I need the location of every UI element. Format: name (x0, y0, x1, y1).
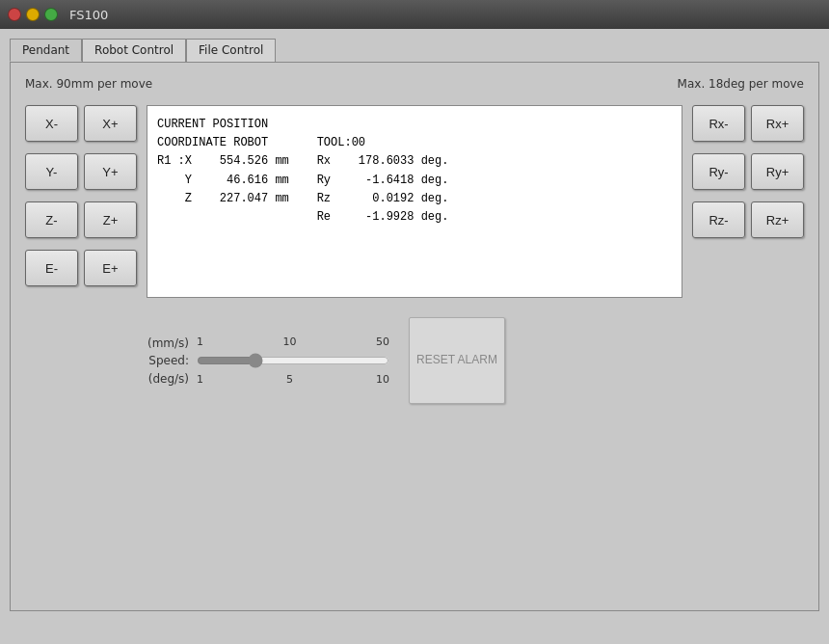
left-buttons: X- X+ Y- Y+ Z- Z+ E- E+ (25, 105, 137, 286)
maximize-button[interactable] (44, 8, 58, 21)
tab-file-control[interactable]: File Control (186, 39, 276, 62)
right-buttons: Rx- Rx+ Ry- Ry+ Rz- Rz+ (692, 105, 804, 238)
z-plus-button[interactable]: Z+ (84, 201, 137, 238)
z-button-row: Z- Z+ (25, 201, 137, 238)
y-minus-button[interactable]: Y- (25, 153, 78, 190)
tab-pendant[interactable]: Pendant (10, 39, 82, 62)
z-minus-button[interactable]: Z- (25, 201, 78, 238)
rz-plus-button[interactable]: Rz+ (751, 201, 804, 238)
mm-tick-2: 10 (283, 335, 297, 348)
rz-button-row: Rz- Rz+ (692, 201, 804, 238)
speed-and-reset: (mm/s) 1 10 50 Speed: (deg/s) 1 (141, 317, 804, 404)
tab-robot-control[interactable]: Robot Control (82, 39, 186, 62)
deg-unit-label: (deg/s) (141, 372, 189, 386)
slider-row: Speed: (141, 352, 389, 369)
e-plus-button[interactable]: E+ (84, 250, 137, 286)
max-mm-label: Max. 90mm per move (25, 77, 152, 91)
rx-button-row: Rx- Rx+ (692, 105, 804, 142)
main-layout: X- X+ Y- Y+ Z- Z+ E- E+ CURRENT POSITION… (25, 105, 804, 298)
y-plus-button[interactable]: Y+ (84, 153, 137, 190)
main-window: Pendant Robot Control File Control Max. … (0, 29, 829, 644)
titlebar: FS100 (0, 0, 829, 29)
speed-slider[interactable] (197, 352, 389, 369)
e-button-row: E- E+ (25, 250, 137, 286)
ry-minus-button[interactable]: Ry- (692, 153, 745, 190)
reset-alarm-button[interactable]: RESET ALARM (409, 317, 505, 404)
deg-tick-row: (deg/s) 1 5 10 (141, 371, 389, 386)
ry-button-row: Ry- Ry+ (692, 153, 804, 190)
window-controls[interactable] (8, 8, 58, 21)
header-row: Max. 90mm per move Max. 18deg per move (25, 77, 804, 91)
window-title: FS100 (69, 8, 108, 22)
e-minus-button[interactable]: E- (25, 250, 78, 286)
x-minus-button[interactable]: X- (25, 105, 78, 142)
deg-ticks: 1 5 10 (197, 371, 389, 386)
x-button-row: X- X+ (25, 105, 137, 142)
y-button-row: Y- Y+ (25, 153, 137, 190)
max-deg-label: Max. 18deg per move (678, 77, 804, 91)
mm-tick-3: 50 (376, 335, 389, 348)
mm-tick-row: (mm/s) 1 10 50 (141, 335, 389, 350)
minimize-button[interactable] (26, 8, 40, 21)
position-display: CURRENT POSITION COORDINATE ROBOT TOOL:0… (147, 105, 682, 298)
rx-minus-button[interactable]: Rx- (692, 105, 745, 142)
speed-text-label: Speed: (141, 354, 189, 367)
content-panel: Max. 90mm per move Max. 18deg per move X… (10, 62, 819, 611)
close-button[interactable] (8, 8, 21, 21)
deg-tick-3: 10 (376, 373, 389, 386)
rz-minus-button[interactable]: Rz- (692, 201, 745, 238)
mm-ticks: 1 10 50 (197, 335, 389, 350)
mm-tick-1: 1 (197, 335, 203, 348)
tab-bar: Pendant Robot Control File Control (10, 39, 819, 62)
speed-controls: (mm/s) 1 10 50 Speed: (deg/s) 1 (141, 335, 389, 386)
x-plus-button[interactable]: X+ (84, 105, 137, 142)
deg-tick-2: 5 (286, 373, 293, 386)
mm-unit-label: (mm/s) (141, 336, 189, 350)
ry-plus-button[interactable]: Ry+ (751, 153, 804, 190)
rx-plus-button[interactable]: Rx+ (751, 105, 804, 142)
deg-tick-1: 1 (197, 373, 203, 386)
